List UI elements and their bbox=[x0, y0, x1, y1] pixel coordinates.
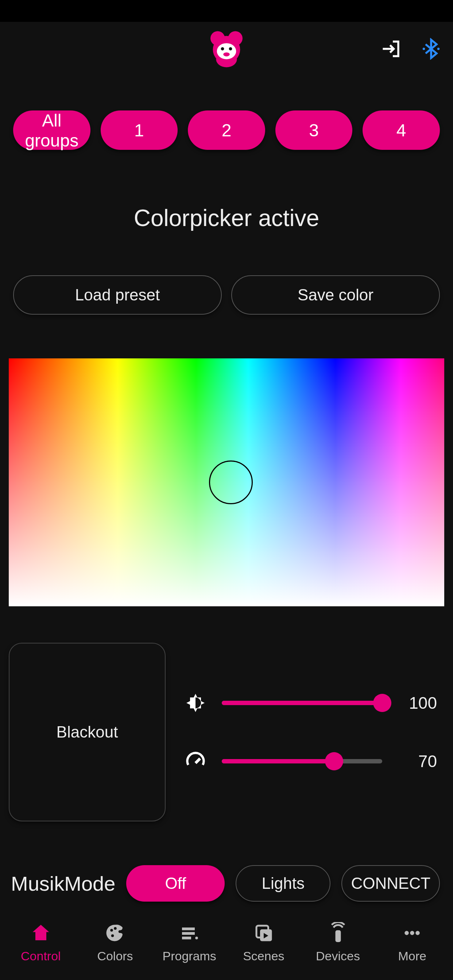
nav-colors[interactable]: Colors bbox=[78, 922, 152, 963]
section-title: Colorpicker active bbox=[0, 164, 453, 242]
svg-point-8 bbox=[423, 48, 425, 50]
list-icon bbox=[179, 922, 200, 944]
monkey-logo bbox=[206, 30, 247, 70]
group-all[interactable]: All groups bbox=[13, 110, 91, 150]
sliders: 100 70 bbox=[180, 643, 444, 821]
svg-rect-13 bbox=[182, 928, 195, 931]
svg-rect-19 bbox=[335, 931, 341, 942]
svg-point-11 bbox=[114, 927, 117, 930]
svg-point-22 bbox=[415, 931, 420, 935]
group-4[interactable]: 4 bbox=[362, 110, 440, 150]
speed-row: 70 bbox=[184, 750, 437, 772]
speed-value: 70 bbox=[397, 751, 437, 771]
preset-row: Load preset Save color bbox=[0, 242, 453, 322]
speed-slider[interactable] bbox=[222, 752, 382, 770]
svg-point-12 bbox=[111, 934, 114, 937]
save-color-button[interactable]: Save color bbox=[231, 275, 440, 315]
home-icon bbox=[30, 922, 52, 944]
colorpicker[interactable] bbox=[9, 358, 444, 606]
bluetooth-icon[interactable] bbox=[420, 38, 442, 61]
group-selector: All groups 1 2 3 4 bbox=[0, 78, 453, 164]
musik-off-button[interactable]: Off bbox=[126, 865, 225, 902]
remote-icon bbox=[327, 922, 349, 944]
brightness-icon bbox=[184, 692, 207, 714]
nav-scenes[interactable]: Scenes bbox=[226, 922, 301, 963]
controls-row: Blackout 100 bbox=[0, 621, 453, 836]
svg-point-16 bbox=[195, 937, 198, 940]
nav-label: Devices bbox=[316, 949, 360, 963]
brightness-row: 100 bbox=[184, 692, 437, 714]
speed-icon bbox=[184, 750, 207, 772]
group-2[interactable]: 2 bbox=[188, 110, 265, 150]
svg-point-4 bbox=[217, 43, 236, 59]
palette-icon bbox=[104, 922, 126, 944]
musik-lights-button[interactable]: Lights bbox=[236, 865, 330, 902]
colorpicker-cursor[interactable] bbox=[209, 460, 253, 504]
bottom-nav: Control Colors Programs Scenes Devices bbox=[0, 916, 453, 980]
svg-point-7 bbox=[223, 52, 230, 57]
svg-point-21 bbox=[410, 931, 414, 935]
app-root: All groups 1 2 3 4 Colorpicker active Lo… bbox=[0, 0, 453, 980]
nav-label: More bbox=[398, 949, 426, 963]
brightness-value: 100 bbox=[397, 693, 437, 713]
svg-point-20 bbox=[405, 931, 409, 935]
brightness-slider[interactable] bbox=[222, 694, 382, 712]
musik-connect-button[interactable]: CONNECT bbox=[341, 865, 440, 902]
svg-rect-14 bbox=[182, 932, 195, 935]
load-preset-button[interactable]: Load preset bbox=[13, 275, 222, 315]
group-1[interactable]: 1 bbox=[100, 110, 178, 150]
nav-devices[interactable]: Devices bbox=[301, 922, 375, 963]
group-3[interactable]: 3 bbox=[275, 110, 353, 150]
musik-mode-row: MusikMode Off Lights CONNECT bbox=[0, 836, 453, 916]
nav-label: Colors bbox=[97, 949, 133, 963]
blackout-button[interactable]: Blackout bbox=[9, 643, 166, 821]
svg-point-10 bbox=[110, 929, 113, 932]
header-actions bbox=[380, 38, 442, 61]
status-bar bbox=[0, 0, 453, 22]
nav-more[interactable]: More bbox=[375, 922, 449, 963]
svg-rect-15 bbox=[182, 937, 191, 940]
svg-point-6 bbox=[229, 48, 232, 51]
more-icon bbox=[401, 922, 423, 944]
nav-control[interactable]: Control bbox=[4, 922, 78, 963]
nav-label: Programs bbox=[162, 949, 216, 963]
scenes-icon bbox=[253, 922, 274, 944]
nav-label: Control bbox=[21, 949, 61, 963]
nav-programs[interactable]: Programs bbox=[152, 922, 226, 963]
colorpicker-wrap bbox=[0, 322, 453, 621]
musik-mode-label: MusikMode bbox=[11, 872, 115, 896]
header bbox=[0, 22, 453, 78]
nav-label: Scenes bbox=[243, 949, 284, 963]
svg-point-5 bbox=[221, 48, 224, 51]
svg-point-9 bbox=[437, 48, 440, 50]
login-icon[interactable] bbox=[380, 38, 402, 61]
